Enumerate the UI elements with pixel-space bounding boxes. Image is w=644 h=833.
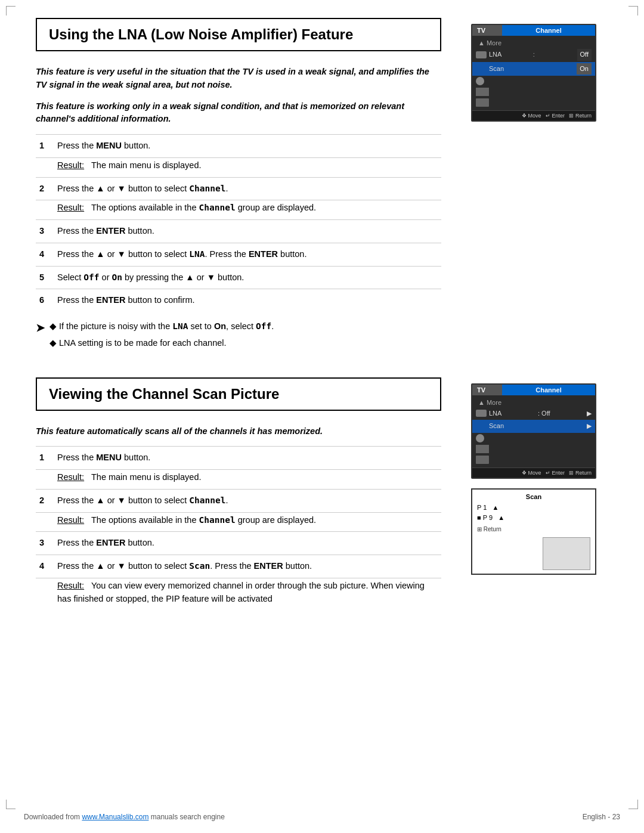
step-content: Press the ENTER button. xyxy=(54,532,441,555)
scan-tv-screen-area: TV Channel ▲ More LNA : Off ▶ xyxy=(459,377,608,611)
scan-p9: ■ P 9 ▲ xyxy=(477,513,590,524)
scan-preview-box xyxy=(543,537,590,570)
step-number: 5 xyxy=(36,266,54,289)
result-content: Result: The options available in the Cha… xyxy=(54,200,441,220)
bold-enter: ENTER xyxy=(96,295,125,305)
tv-body: ▲ More LNA : Off Scan On xyxy=(472,36,595,110)
tv-lna-value: : Off xyxy=(538,408,587,419)
tv-lna-label: LNA xyxy=(489,49,533,60)
bold-menu: MENU xyxy=(96,141,122,150)
tv-row: LNA : Off xyxy=(472,48,595,62)
lna-tv-screen: TV Channel ▲ More LNA : Off Scan On xyxy=(471,24,596,122)
list-item: If the picture is noisy with the LNA set… xyxy=(49,320,274,333)
bold-enter: ENTER xyxy=(249,249,278,259)
bold-enter: ENTER xyxy=(254,561,283,571)
step-number: 6 xyxy=(36,289,54,312)
tv-row-icon1 xyxy=(472,433,595,444)
bold-channel: Channel xyxy=(189,496,225,505)
tv-scan-label: Scan xyxy=(489,421,587,432)
scan-p1: P 1 ▲ xyxy=(477,503,590,513)
table-row: Result: The options available in the Cha… xyxy=(36,200,441,220)
tv-row-icon3 xyxy=(472,97,595,108)
bold-enter: ENTER xyxy=(96,226,125,236)
tv-more: ▲ More xyxy=(472,38,595,48)
table-row: 1 Press the MENU button. xyxy=(36,447,441,470)
tv-circle-icon xyxy=(476,77,484,85)
tv-footer: ❖ Move ↵ Enter ⊞ Return xyxy=(472,110,595,120)
scan-steps-table: 1 Press the MENU button. Result: The mai… xyxy=(36,446,441,610)
step-number: 4 xyxy=(36,555,54,578)
step-number: 1 xyxy=(36,135,54,158)
tv-icon-camera xyxy=(476,410,487,417)
result-label: Result: xyxy=(57,581,84,590)
table-row: Result: You can view every memorized cha… xyxy=(36,578,441,610)
table-row: Result: The main menu is displayed. xyxy=(36,470,441,490)
list-item: LNA setting is to be made for each chann… xyxy=(49,337,274,350)
result-label: Result: xyxy=(57,515,84,525)
lna-tv-screen-area: TV Channel ▲ More LNA : Off Scan On xyxy=(459,18,608,354)
tv-lna-label: LNA xyxy=(489,408,538,419)
tv-lna-colon: : xyxy=(533,49,577,60)
step-number: 4 xyxy=(36,243,54,266)
scan-body: P 1 ▲ ■ P 9 ▲ xyxy=(477,503,590,524)
result-content: Result: You can view every memorized cha… xyxy=(54,578,441,610)
tv-scan-label: Scan xyxy=(489,64,577,75)
scan-tv-screen: TV Channel ▲ More LNA : Off ▶ xyxy=(471,383,596,479)
result-label: Result: xyxy=(57,203,84,212)
table-row: 2 Press the ▲ or ▼ button to select Chan… xyxy=(36,177,441,200)
tv-row-icon1 xyxy=(472,76,595,86)
tv-row-scan: Scan On xyxy=(472,62,595,76)
footer-download: Downloaded from www.Manualslib.com manua… xyxy=(24,813,225,821)
tv-icon-camera xyxy=(476,51,487,58)
scan-section-title: Viewing the Channel Scan Picture xyxy=(36,377,441,411)
tv-lna-value: Off xyxy=(577,49,592,61)
table-row: 5 Select Off or On by pressing the ▲ or … xyxy=(36,266,441,289)
step-content: Press the ▲ or ▼ button to select Channe… xyxy=(54,489,441,512)
arrow-symbol: ➤ xyxy=(36,321,45,354)
tv-row-icon2 xyxy=(472,86,595,97)
page-footer: Downloaded from www.Manualslib.com manua… xyxy=(0,813,644,821)
tv-scan-value: On xyxy=(577,63,592,75)
lna-section-title: Using the LNA (Low Noise Amplifier) Feat… xyxy=(36,18,441,51)
result-content: Result: The main menu is displayed. xyxy=(54,470,441,490)
step-content: Press the ▲ or ▼ button to select Scan. … xyxy=(54,555,441,578)
tv-icon-person xyxy=(476,456,489,464)
tv-header-right: Channel xyxy=(502,25,595,36)
tv-row-lna: LNA : Off ▶ xyxy=(472,407,595,420)
table-row: Result: The main menu is displayed. xyxy=(36,157,441,177)
table-row: Result: The options available in the Cha… xyxy=(36,512,441,532)
step-number: 3 xyxy=(36,532,54,555)
tv-row-scan: Scan ▶ xyxy=(472,420,595,433)
lna-notes: ➤ If the picture is noisy with the LNA s… xyxy=(36,320,441,354)
notes-list: If the picture is noisy with the LNA set… xyxy=(49,320,274,354)
tv-more: ▲ More xyxy=(472,398,595,407)
table-row: 4 Press the ▲ or ▼ button to select Scan… xyxy=(36,555,441,578)
tv-circle-icon xyxy=(476,434,484,442)
step-number: 2 xyxy=(36,177,54,200)
tv-mountain-icon xyxy=(476,445,489,453)
table-row: 2 Press the ▲ or ▼ button to select Chan… xyxy=(36,489,441,512)
tv-header: TV Channel xyxy=(472,25,595,36)
step-content: Press the ENTER button. xyxy=(54,220,441,243)
scan-footer: ⊞ Return xyxy=(477,526,590,532)
tv-body: ▲ More LNA : Off ▶ Scan ▶ xyxy=(472,395,595,467)
lna-intro2: This feature is working only in a weak s… xyxy=(36,100,441,126)
step-content: Select Off or On by pressing the ▲ or ▼ … xyxy=(54,266,441,289)
tv-icon-person xyxy=(476,98,489,107)
table-row: 3 Press the ENTER button. xyxy=(36,220,441,243)
step-content: Press the MENU button. xyxy=(54,447,441,470)
table-row: 1 Press the MENU button. xyxy=(36,135,441,158)
step-number: 2 xyxy=(36,489,54,512)
footer-link[interactable]: www.Manualslib.com xyxy=(82,813,148,821)
tv-header-left: TV xyxy=(472,385,502,395)
tv-arrow-right2: ▶ xyxy=(587,421,592,432)
result-content: Result: The main menu is displayed. xyxy=(54,157,441,177)
bold-enter: ENTER xyxy=(96,538,125,547)
result-label: Result: xyxy=(57,472,84,482)
scan-mini-screen: Scan P 1 ▲ ■ P 9 ▲ ⊞ Return xyxy=(471,488,596,575)
bold-menu: MENU xyxy=(96,453,122,462)
tv-header-left: TV xyxy=(472,25,502,36)
scan-mini-title: Scan xyxy=(477,493,590,500)
tv-header-right: Channel xyxy=(502,385,595,395)
step-content: Press the ▲ or ▼ button to select Channe… xyxy=(54,177,441,200)
